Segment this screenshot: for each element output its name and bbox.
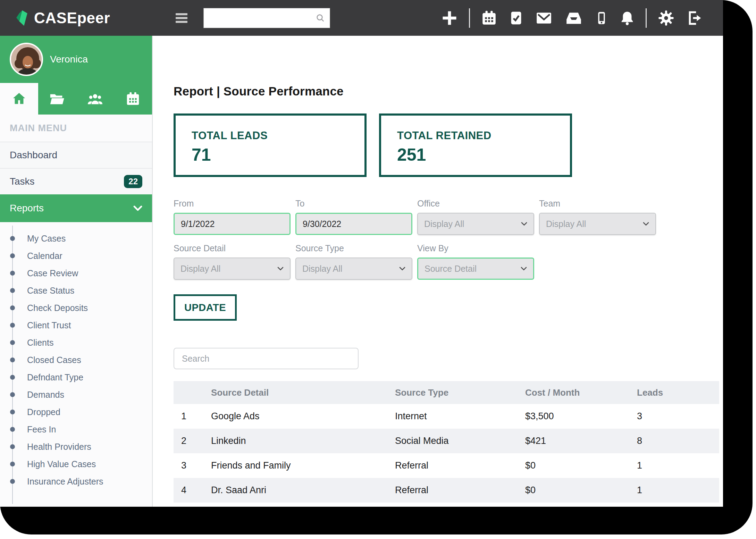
sidebar-item-label: Tasks [10, 176, 35, 187]
table-search-input[interactable] [174, 348, 359, 369]
table-row[interactable]: 4 Dr. Saad Anri Referral $0 1 [174, 478, 719, 503]
chevron-down-icon [521, 222, 527, 226]
view-by-select[interactable]: Source Detail [417, 258, 534, 280]
source-detail-header: Source Detail [211, 381, 395, 404]
view-by-label: View By [417, 243, 534, 253]
user-name: Veronica [50, 54, 88, 65]
chevron-down-icon [399, 267, 405, 271]
bullet-icon [10, 236, 15, 241]
submenu-item-case-status[interactable]: Case Status [0, 282, 152, 299]
submenu-item-client-trust[interactable]: Client Trust [0, 317, 152, 334]
envelope-icon [535, 9, 553, 27]
inbox-button[interactable] [564, 9, 584, 27]
leads-header: Leads [637, 381, 719, 404]
divider [469, 8, 470, 28]
submenu-item-high-value-cases[interactable]: High Value Cases [0, 455, 152, 473]
office-select[interactable]: Display All [417, 213, 534, 235]
row-number-header [174, 381, 211, 404]
sign-out-icon [686, 9, 704, 27]
submenu-item-calendar[interactable]: Calendar [0, 247, 152, 264]
sidebar-item-reports[interactable]: Reports [0, 194, 152, 222]
global-search-input[interactable] [203, 8, 330, 28]
to-date-input[interactable] [295, 213, 412, 235]
bell-icon [619, 9, 635, 27]
table-row[interactable]: 2 Linkedin Social Media $421 8 [174, 429, 719, 453]
sidebar-item-dashboard[interactable]: Dashboard [0, 142, 152, 168]
from-date-input[interactable] [174, 213, 291, 235]
tab-home[interactable] [0, 83, 38, 115]
topbar: CASEpeer [0, 0, 723, 36]
submenu-item-health-providers[interactable]: Health Providers [0, 438, 152, 455]
source-performance-table: Source Detail Source Type Cost / Month L… [174, 381, 719, 503]
bullet-icon [10, 305, 15, 310]
tasks-count-badge: 22 [124, 175, 142, 188]
gear-icon [657, 9, 675, 27]
team-select[interactable]: Display All [539, 213, 656, 235]
notifications-button[interactable] [619, 9, 635, 27]
bullet-icon [10, 392, 15, 397]
tab-calendar[interactable] [114, 83, 152, 115]
cost-month-header: Cost / Month [525, 381, 637, 404]
sidebar-tabs [0, 83, 152, 115]
total-leads-card: TOTAL LEADS 71 [174, 113, 367, 177]
source-type-select[interactable]: Display All [295, 258, 412, 280]
add-button[interactable] [440, 9, 459, 27]
submenu-item-my-cases[interactable]: My Cases [0, 230, 152, 247]
bullet-icon [10, 410, 15, 414]
calendar-button[interactable] [480, 9, 498, 27]
source-detail-label: Source Detail [174, 243, 291, 253]
settings-button[interactable] [657, 9, 675, 27]
bullet-icon [10, 462, 15, 466]
main-content: Report | Source Performance TOTAL LEADS … [153, 36, 723, 507]
submenu-item-case-review[interactable]: Case Review [0, 264, 152, 282]
source-type-header: Source Type [395, 381, 525, 404]
reports-submenu: My Cases Calendar Case Review Case Statu… [0, 222, 152, 507]
table-row[interactable]: 3 Friends and Family Referral $0 1 [174, 453, 719, 478]
sidebar-item-label: Dashboard [10, 150, 57, 161]
submenu-item-closed-cases[interactable]: Closed Cases [0, 351, 152, 369]
logo-text: CASEpeer [34, 9, 110, 27]
submenu-item-defndant-type[interactable]: Defndant Type [0, 369, 152, 386]
mobile-button[interactable] [594, 9, 609, 27]
chevron-down-icon [521, 267, 527, 271]
page-title: Report | Source Performance [174, 84, 723, 98]
phone-icon [594, 9, 609, 27]
submenu-item-clients[interactable]: Clients [0, 334, 152, 351]
bullet-icon [10, 375, 15, 380]
sidebar-item-tasks[interactable]: Tasks 22 [0, 168, 152, 194]
avatar[interactable] [10, 43, 43, 76]
source-type-label: Source Type [295, 243, 412, 253]
messages-button[interactable] [535, 9, 553, 27]
submenu-item-demands[interactable]: Demands [0, 386, 152, 403]
stats-row: TOTAL LEADS 71 TOTAL RETAINED 251 [174, 113, 723, 177]
submenu-item-check-deposits[interactable]: Check Deposits [0, 299, 152, 317]
divider [646, 8, 647, 28]
office-label: Office [417, 199, 534, 209]
update-button[interactable]: UPDATE [174, 294, 237, 321]
search-icon [315, 12, 326, 24]
bullet-icon [10, 271, 15, 276]
inbox-icon [564, 9, 584, 27]
source-detail-select[interactable]: Display All [174, 258, 291, 280]
chevron-down-icon [643, 222, 649, 226]
submenu-item-fees-in[interactable]: Fees In [0, 421, 152, 438]
table-row[interactable]: 1 Google Ads Internet $3,500 3 [174, 404, 719, 429]
chevron-down-icon [133, 205, 142, 211]
check-square-icon [508, 9, 524, 27]
submenu-item-insurance-adjusters[interactable]: Insurance Adjusters [0, 473, 152, 490]
submenu-item-dropped[interactable]: Dropped [0, 403, 152, 421]
logout-button[interactable] [686, 9, 704, 27]
stat-label: TOTAL LEADS [192, 129, 348, 142]
calendar-icon [125, 91, 141, 107]
stat-label: TOTAL RETAINED [397, 129, 554, 142]
bullet-icon [10, 253, 15, 258]
menu-toggle-button[interactable] [176, 13, 187, 23]
bullet-icon [10, 444, 15, 449]
stat-value: 251 [397, 145, 554, 165]
bullet-icon [10, 357, 15, 362]
tab-contacts[interactable] [76, 83, 114, 115]
tab-cases[interactable] [38, 83, 76, 115]
tasks-button[interactable] [508, 9, 524, 27]
bullet-icon [10, 479, 15, 484]
bullet-icon [10, 427, 15, 432]
